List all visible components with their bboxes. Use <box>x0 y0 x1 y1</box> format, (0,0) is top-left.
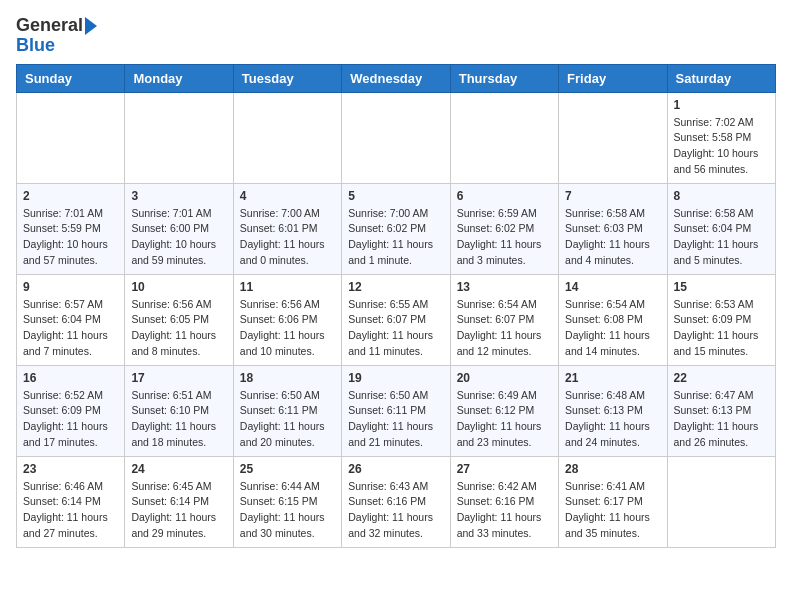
day-info-8: Sunrise: 6:58 AM Sunset: 6:04 PM Dayligh… <box>674 206 769 269</box>
day-number-26: 26 <box>348 462 443 476</box>
day-cell-4: 4Sunrise: 7:00 AM Sunset: 6:01 PM Daylig… <box>233 183 341 274</box>
header-wednesday: Wednesday <box>342 64 450 92</box>
day-info-3: Sunrise: 7:01 AM Sunset: 6:00 PM Dayligh… <box>131 206 226 269</box>
day-number-24: 24 <box>131 462 226 476</box>
empty-cell <box>233 92 341 183</box>
day-cell-28: 28Sunrise: 6:41 AM Sunset: 6:17 PM Dayli… <box>559 456 667 547</box>
day-info-21: Sunrise: 6:48 AM Sunset: 6:13 PM Dayligh… <box>565 388 660 451</box>
day-info-17: Sunrise: 6:51 AM Sunset: 6:10 PM Dayligh… <box>131 388 226 451</box>
day-info-19: Sunrise: 6:50 AM Sunset: 6:11 PM Dayligh… <box>348 388 443 451</box>
day-number-1: 1 <box>674 98 769 112</box>
week-row-3: 9Sunrise: 6:57 AM Sunset: 6:04 PM Daylig… <box>17 274 776 365</box>
day-info-2: Sunrise: 7:01 AM Sunset: 5:59 PM Dayligh… <box>23 206 118 269</box>
day-info-6: Sunrise: 6:59 AM Sunset: 6:02 PM Dayligh… <box>457 206 552 269</box>
day-cell-3: 3Sunrise: 7:01 AM Sunset: 6:00 PM Daylig… <box>125 183 233 274</box>
day-number-22: 22 <box>674 371 769 385</box>
header-thursday: Thursday <box>450 64 558 92</box>
week-row-5: 23Sunrise: 6:46 AM Sunset: 6:14 PM Dayli… <box>17 456 776 547</box>
day-info-15: Sunrise: 6:53 AM Sunset: 6:09 PM Dayligh… <box>674 297 769 360</box>
header-friday: Friday <box>559 64 667 92</box>
day-cell-23: 23Sunrise: 6:46 AM Sunset: 6:14 PM Dayli… <box>17 456 125 547</box>
day-info-22: Sunrise: 6:47 AM Sunset: 6:13 PM Dayligh… <box>674 388 769 451</box>
day-cell-1: 1Sunrise: 7:02 AM Sunset: 5:58 PM Daylig… <box>667 92 775 183</box>
day-cell-9: 9Sunrise: 6:57 AM Sunset: 6:04 PM Daylig… <box>17 274 125 365</box>
day-cell-5: 5Sunrise: 7:00 AM Sunset: 6:02 PM Daylig… <box>342 183 450 274</box>
day-cell-12: 12Sunrise: 6:55 AM Sunset: 6:07 PM Dayli… <box>342 274 450 365</box>
day-cell-22: 22Sunrise: 6:47 AM Sunset: 6:13 PM Dayli… <box>667 365 775 456</box>
day-number-3: 3 <box>131 189 226 203</box>
weekday-header-row: SundayMondayTuesdayWednesdayThursdayFrid… <box>17 64 776 92</box>
day-info-13: Sunrise: 6:54 AM Sunset: 6:07 PM Dayligh… <box>457 297 552 360</box>
page-header: General Blue <box>16 16 776 56</box>
day-number-25: 25 <box>240 462 335 476</box>
empty-cell <box>559 92 667 183</box>
day-number-4: 4 <box>240 189 335 203</box>
day-info-1: Sunrise: 7:02 AM Sunset: 5:58 PM Dayligh… <box>674 115 769 178</box>
day-number-18: 18 <box>240 371 335 385</box>
day-cell-10: 10Sunrise: 6:56 AM Sunset: 6:05 PM Dayli… <box>125 274 233 365</box>
day-number-23: 23 <box>23 462 118 476</box>
day-number-11: 11 <box>240 280 335 294</box>
empty-cell <box>450 92 558 183</box>
day-cell-14: 14Sunrise: 6:54 AM Sunset: 6:08 PM Dayli… <box>559 274 667 365</box>
day-cell-25: 25Sunrise: 6:44 AM Sunset: 6:15 PM Dayli… <box>233 456 341 547</box>
day-info-25: Sunrise: 6:44 AM Sunset: 6:15 PM Dayligh… <box>240 479 335 542</box>
day-cell-7: 7Sunrise: 6:58 AM Sunset: 6:03 PM Daylig… <box>559 183 667 274</box>
day-number-6: 6 <box>457 189 552 203</box>
day-cell-16: 16Sunrise: 6:52 AM Sunset: 6:09 PM Dayli… <box>17 365 125 456</box>
header-sunday: Sunday <box>17 64 125 92</box>
day-cell-13: 13Sunrise: 6:54 AM Sunset: 6:07 PM Dayli… <box>450 274 558 365</box>
day-info-26: Sunrise: 6:43 AM Sunset: 6:16 PM Dayligh… <box>348 479 443 542</box>
day-info-11: Sunrise: 6:56 AM Sunset: 6:06 PM Dayligh… <box>240 297 335 360</box>
day-cell-21: 21Sunrise: 6:48 AM Sunset: 6:13 PM Dayli… <box>559 365 667 456</box>
logo-general: General <box>16 16 83 36</box>
day-cell-2: 2Sunrise: 7:01 AM Sunset: 5:59 PM Daylig… <box>17 183 125 274</box>
day-info-4: Sunrise: 7:00 AM Sunset: 6:01 PM Dayligh… <box>240 206 335 269</box>
day-number-27: 27 <box>457 462 552 476</box>
day-cell-15: 15Sunrise: 6:53 AM Sunset: 6:09 PM Dayli… <box>667 274 775 365</box>
day-cell-19: 19Sunrise: 6:50 AM Sunset: 6:11 PM Dayli… <box>342 365 450 456</box>
header-tuesday: Tuesday <box>233 64 341 92</box>
day-info-27: Sunrise: 6:42 AM Sunset: 6:16 PM Dayligh… <box>457 479 552 542</box>
day-info-20: Sunrise: 6:49 AM Sunset: 6:12 PM Dayligh… <box>457 388 552 451</box>
day-info-28: Sunrise: 6:41 AM Sunset: 6:17 PM Dayligh… <box>565 479 660 542</box>
day-number-21: 21 <box>565 371 660 385</box>
day-cell-8: 8Sunrise: 6:58 AM Sunset: 6:04 PM Daylig… <box>667 183 775 274</box>
day-info-24: Sunrise: 6:45 AM Sunset: 6:14 PM Dayligh… <box>131 479 226 542</box>
empty-cell <box>667 456 775 547</box>
day-number-5: 5 <box>348 189 443 203</box>
day-number-19: 19 <box>348 371 443 385</box>
day-cell-27: 27Sunrise: 6:42 AM Sunset: 6:16 PM Dayli… <box>450 456 558 547</box>
day-number-7: 7 <box>565 189 660 203</box>
empty-cell <box>342 92 450 183</box>
svg-marker-0 <box>85 17 97 35</box>
day-cell-26: 26Sunrise: 6:43 AM Sunset: 6:16 PM Dayli… <box>342 456 450 547</box>
empty-cell <box>17 92 125 183</box>
day-number-10: 10 <box>131 280 226 294</box>
day-cell-6: 6Sunrise: 6:59 AM Sunset: 6:02 PM Daylig… <box>450 183 558 274</box>
logo-blue: Blue <box>16 36 103 56</box>
day-info-10: Sunrise: 6:56 AM Sunset: 6:05 PM Dayligh… <box>131 297 226 360</box>
day-number-15: 15 <box>674 280 769 294</box>
day-cell-11: 11Sunrise: 6:56 AM Sunset: 6:06 PM Dayli… <box>233 274 341 365</box>
header-monday: Monday <box>125 64 233 92</box>
logo-arrow-icon <box>85 17 103 35</box>
week-row-2: 2Sunrise: 7:01 AM Sunset: 5:59 PM Daylig… <box>17 183 776 274</box>
day-number-9: 9 <box>23 280 118 294</box>
day-cell-18: 18Sunrise: 6:50 AM Sunset: 6:11 PM Dayli… <box>233 365 341 456</box>
day-info-23: Sunrise: 6:46 AM Sunset: 6:14 PM Dayligh… <box>23 479 118 542</box>
day-info-14: Sunrise: 6:54 AM Sunset: 6:08 PM Dayligh… <box>565 297 660 360</box>
day-number-2: 2 <box>23 189 118 203</box>
day-info-18: Sunrise: 6:50 AM Sunset: 6:11 PM Dayligh… <box>240 388 335 451</box>
week-row-1: 1Sunrise: 7:02 AM Sunset: 5:58 PM Daylig… <box>17 92 776 183</box>
calendar-table: SundayMondayTuesdayWednesdayThursdayFrid… <box>16 64 776 548</box>
week-row-4: 16Sunrise: 6:52 AM Sunset: 6:09 PM Dayli… <box>17 365 776 456</box>
day-number-8: 8 <box>674 189 769 203</box>
day-number-20: 20 <box>457 371 552 385</box>
day-info-7: Sunrise: 6:58 AM Sunset: 6:03 PM Dayligh… <box>565 206 660 269</box>
day-cell-20: 20Sunrise: 6:49 AM Sunset: 6:12 PM Dayli… <box>450 365 558 456</box>
header-saturday: Saturday <box>667 64 775 92</box>
day-info-16: Sunrise: 6:52 AM Sunset: 6:09 PM Dayligh… <box>23 388 118 451</box>
day-cell-24: 24Sunrise: 6:45 AM Sunset: 6:14 PM Dayli… <box>125 456 233 547</box>
day-info-12: Sunrise: 6:55 AM Sunset: 6:07 PM Dayligh… <box>348 297 443 360</box>
